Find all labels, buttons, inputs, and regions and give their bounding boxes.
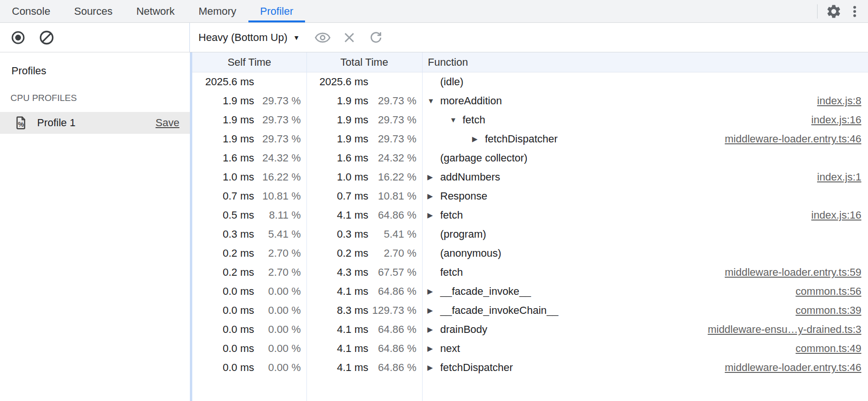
table-row[interactable]: 1.9 ms 29.73 % 1.9 ms 29.73 % ▼ fetch in… bbox=[192, 110, 868, 130]
profile-table-body: 2025.6 ms 2025.6 ms (idle) 1.9 ms 29.73 … bbox=[192, 72, 868, 377]
source-link[interactable]: middleware-ensu…y-drained.ts:3 bbox=[708, 320, 868, 339]
self-time-ms: 0.7 ms bbox=[194, 187, 254, 206]
source-link[interactable]: middleware-loader.entry.ts:59 bbox=[725, 263, 868, 282]
table-row[interactable]: 0.2 ms 2.70 % 0.2 ms 2.70 % (anonymous) bbox=[192, 244, 868, 263]
source-link[interactable]: index.js:16 bbox=[811, 206, 868, 225]
function-name: fetch bbox=[463, 110, 485, 130]
disclosure-triangle-icon[interactable]: ▶ bbox=[472, 130, 485, 149]
disclosure-triangle-icon[interactable]: ▶ bbox=[427, 187, 440, 206]
disclosure-triangle-icon[interactable]: ▶ bbox=[427, 320, 440, 339]
total-time-cell: 0.3 ms 5.41 % bbox=[306, 225, 422, 244]
eye-icon[interactable] bbox=[312, 27, 333, 48]
total-time-ms: 1.9 ms bbox=[308, 110, 368, 130]
tab-profiler[interactable]: Profiler bbox=[248, 0, 306, 22]
self-time-percent: 29.73 % bbox=[254, 91, 306, 110]
function-name: fetch bbox=[440, 263, 463, 282]
total-time-percent: 129.73 % bbox=[368, 301, 422, 320]
profile-view-dropdown[interactable]: Heavy (Bottom Up) ▼ bbox=[198, 31, 300, 44]
refresh-icon[interactable] bbox=[365, 27, 386, 48]
disclosure-triangle-icon[interactable]: ▶ bbox=[427, 358, 440, 377]
self-time-ms: 1.0 ms bbox=[194, 168, 254, 187]
source-link[interactable]: middleware-loader.entry.ts:46 bbox=[725, 358, 868, 377]
record-icon[interactable] bbox=[8, 27, 29, 48]
self-time-percent: 0.00 % bbox=[254, 339, 306, 358]
source-link[interactable]: index.js:8 bbox=[817, 91, 868, 110]
table-row[interactable]: 1.0 ms 16.22 % 1.0 ms 16.22 % ▶ addNumbe… bbox=[192, 168, 868, 187]
column-header-self-time[interactable]: Self Time bbox=[192, 52, 306, 72]
source-link[interactable]: common.ts:56 bbox=[796, 282, 868, 301]
total-time-ms: 4.3 ms bbox=[308, 263, 368, 282]
function-name: moreAddition bbox=[440, 91, 502, 110]
disclosure-triangle-icon[interactable]: ▶ bbox=[427, 282, 440, 301]
self-time-cell: 0.2 ms 2.70 % bbox=[192, 244, 306, 263]
table-row[interactable]: 1.9 ms 29.73 % 1.9 ms 29.73 % ▼ moreAddi… bbox=[192, 91, 868, 110]
total-time-ms: 1.0 ms bbox=[308, 168, 368, 187]
total-time-percent: 64.86 % bbox=[368, 282, 422, 301]
source-link[interactable]: index.js:1 bbox=[817, 168, 868, 187]
self-time-percent: 10.81 % bbox=[254, 187, 306, 206]
self-time-cell: 0.7 ms 10.81 % bbox=[192, 187, 306, 206]
function-cell: ▶ fetch index.js:16 bbox=[422, 206, 868, 225]
source-link[interactable]: middleware-loader.entry.ts:46 bbox=[725, 130, 868, 149]
function-cell: ▶ fetchDispatcher middleware-loader.entr… bbox=[422, 130, 868, 149]
source-link[interactable]: common.ts:39 bbox=[796, 301, 868, 320]
self-time-ms: 0.0 ms bbox=[194, 320, 254, 339]
self-time-percent: 2.70 % bbox=[254, 244, 306, 263]
close-icon[interactable] bbox=[339, 27, 360, 48]
tab-console[interactable]: Console bbox=[0, 0, 62, 22]
total-time-cell: 1.6 ms 24.32 % bbox=[306, 149, 422, 168]
tab-memory[interactable]: Memory bbox=[187, 0, 248, 22]
self-time-percent: 5.41 % bbox=[254, 225, 306, 244]
disclosure-triangle-icon[interactable]: ▶ bbox=[427, 168, 440, 187]
table-row[interactable]: 0.7 ms 10.81 % 0.7 ms 10.81 % ▶ Response bbox=[192, 187, 868, 206]
disclosure-triangle-icon[interactable]: ▼ bbox=[427, 91, 440, 110]
save-link[interactable]: Save bbox=[156, 117, 179, 129]
column-divider[interactable] bbox=[306, 52, 307, 401]
self-time-cell: 0.2 ms 2.70 % bbox=[192, 263, 306, 282]
table-row[interactable]: 0.0 ms 0.00 % 4.1 ms 64.86 % ▶ drainBody… bbox=[192, 320, 868, 339]
chevron-down-icon: ▼ bbox=[293, 34, 300, 41]
cpu-profiles-section-label: CPU PROFILES bbox=[10, 92, 190, 104]
disclosure-triangle-icon[interactable]: ▶ bbox=[427, 206, 440, 225]
profile-list-item[interactable]: % Profile 1 Save bbox=[0, 112, 190, 134]
table-row[interactable]: 1.9 ms 29.73 % 1.9 ms 29.73 % ▶ fetchDis… bbox=[192, 130, 868, 149]
column-header-function[interactable]: Function bbox=[422, 52, 868, 72]
total-time-cell: 8.3 ms 129.73 % bbox=[306, 301, 422, 320]
source-link[interactable]: index.js:16 bbox=[811, 110, 868, 130]
column-divider[interactable] bbox=[422, 52, 423, 401]
table-row[interactable]: 0.0 ms 0.00 % 4.1 ms 64.86 % ▶ next comm… bbox=[192, 339, 868, 358]
clear-block-icon[interactable] bbox=[36, 27, 57, 48]
table-row[interactable]: 0.2 ms 2.70 % 4.3 ms 67.57 % fetch middl… bbox=[192, 263, 868, 282]
table-row[interactable]: 0.5 ms 8.11 % 4.1 ms 64.86 % ▶ fetch ind… bbox=[192, 206, 868, 225]
gear-icon[interactable] bbox=[823, 1, 844, 22]
grid-header: Self Time Total Time Function bbox=[192, 52, 868, 72]
svg-text:%: % bbox=[18, 120, 24, 128]
total-time-percent: 64.86 % bbox=[368, 320, 422, 339]
table-row[interactable]: 2025.6 ms 2025.6 ms (idle) bbox=[192, 72, 868, 91]
self-time-ms: 0.0 ms bbox=[194, 358, 254, 377]
self-time-percent: 16.22 % bbox=[254, 168, 306, 187]
function-cell: (idle) bbox=[422, 72, 868, 91]
table-row[interactable]: 0.0 ms 0.00 % 4.1 ms 64.86 % ▶ __facade_… bbox=[192, 282, 868, 301]
table-row[interactable]: 0.0 ms 0.00 % 4.1 ms 64.86 % ▶ fetchDisp… bbox=[192, 358, 868, 377]
total-time-percent: 29.73 % bbox=[368, 91, 422, 110]
tab-sources[interactable]: Sources bbox=[62, 0, 125, 22]
total-time-cell: 4.1 ms 64.86 % bbox=[306, 206, 422, 225]
table-row[interactable]: 1.6 ms 24.32 % 1.6 ms 24.32 % (garbage c… bbox=[192, 149, 868, 168]
self-time-percent: 0.00 % bbox=[254, 320, 306, 339]
self-time-cell: 1.9 ms 29.73 % bbox=[192, 130, 306, 149]
table-row[interactable]: 0.0 ms 0.00 % 8.3 ms 129.73 % ▶ __facade… bbox=[192, 301, 868, 320]
source-link[interactable]: common.ts:49 bbox=[796, 339, 868, 358]
total-time-percent: 64.86 % bbox=[368, 206, 422, 225]
self-time-percent: 8.11 % bbox=[254, 206, 306, 225]
self-time-percent: 29.73 % bbox=[254, 110, 306, 130]
self-time-cell: 0.5 ms 8.11 % bbox=[192, 206, 306, 225]
total-time-ms: 4.1 ms bbox=[308, 358, 368, 377]
kebab-menu-icon[interactable] bbox=[844, 1, 865, 22]
tab-network[interactable]: Network bbox=[124, 0, 187, 22]
disclosure-triangle-icon[interactable]: ▼ bbox=[450, 110, 463, 130]
column-header-total-time[interactable]: Total Time bbox=[306, 52, 422, 72]
table-row[interactable]: 0.3 ms 5.41 % 0.3 ms 5.41 % (program) bbox=[192, 225, 868, 244]
disclosure-triangle-icon[interactable]: ▶ bbox=[427, 301, 440, 320]
disclosure-triangle-icon[interactable]: ▶ bbox=[427, 339, 440, 358]
